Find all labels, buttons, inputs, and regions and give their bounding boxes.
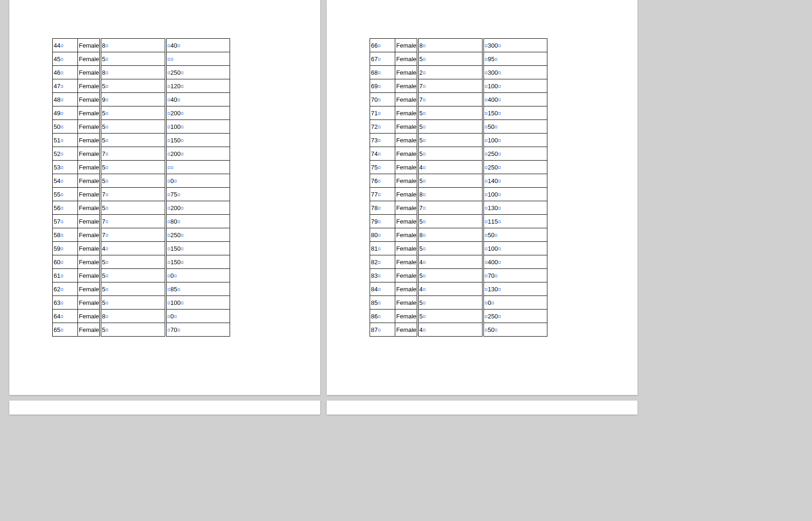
cell-gender: Female¤	[395, 174, 418, 188]
cell-col3: 5¤	[100, 174, 166, 188]
cell-col3: 4¤	[418, 282, 483, 296]
cell-col4: ¤150¤	[166, 255, 230, 269]
cell-gender: Female¤	[395, 255, 418, 269]
table-row: 49¤Female¤5¤¤200¤	[53, 106, 230, 120]
table-row: 81¤Female¤5¤¤100¤	[370, 242, 547, 255]
table-row: 56¤Female¤5¤¤200¤	[53, 201, 230, 215]
cell-col4: ¤100¤	[483, 242, 547, 255]
document-canvas: 44¤Female¤8¤¤40¤45¤Female¤5¤¤¤46¤Female¤…	[0, 0, 812, 521]
cell-col3: 5¤	[100, 106, 166, 120]
cell-col3: 5¤	[418, 52, 483, 66]
cell-id: 85¤	[370, 296, 395, 310]
cell-gender: Female¤	[78, 296, 100, 310]
cell-id: 57¤	[53, 215, 78, 228]
table-row: 78¤Female¤7¤¤130¤	[370, 201, 547, 215]
cell-col4: ¤200¤	[166, 201, 230, 215]
table-row: 54¤Female¤5¤¤0¤	[53, 174, 230, 188]
cell-id: 49¤	[53, 106, 78, 120]
cell-gender: Female¤	[395, 39, 418, 52]
cell-id: 51¤	[53, 134, 78, 147]
cell-col4: ¤120¤	[166, 79, 230, 93]
cell-col4: ¤70¤	[166, 323, 230, 337]
table-row: 59¤Female¤4¤¤150¤	[53, 242, 230, 255]
cell-col4: ¤50¤	[483, 323, 547, 337]
table-row: 75¤Female¤4¤¤250¤	[370, 161, 547, 174]
table-row: 84¤Female¤4¤¤130¤	[370, 282, 547, 296]
table-row: 85¤Female¤5¤¤0¤	[370, 296, 547, 310]
cell-col4: ¤150¤	[166, 134, 230, 147]
cell-gender: Female¤	[395, 134, 418, 147]
cell-col4: ¤75¤	[166, 188, 230, 201]
cell-gender: Female¤	[395, 215, 418, 228]
cell-id: 62¤	[53, 282, 78, 296]
cell-gender: Female¤	[78, 161, 100, 174]
cell-col3: 5¤	[100, 134, 166, 147]
cell-gender: Female¤	[395, 188, 418, 201]
table-row: 48¤Female¤9¤¤40¤	[53, 93, 230, 106]
cell-col3: 5¤	[100, 79, 166, 93]
cell-gender: Female¤	[395, 269, 418, 282]
cell-id: 66¤	[370, 39, 395, 52]
cell-col3: 5¤	[418, 242, 483, 255]
cell-col4: ¤0¤	[166, 269, 230, 282]
cell-id: 53¤	[53, 161, 78, 174]
cell-col3: 5¤	[418, 310, 483, 323]
table-row: 55¤Female¤7¤¤75¤	[53, 188, 230, 201]
cell-col3: 5¤	[100, 120, 166, 134]
cell-id: 73¤	[370, 134, 395, 147]
cell-col4: ¤100¤	[483, 134, 547, 147]
cell-col4: ¤250¤	[483, 161, 547, 174]
table-row: 80¤Female¤8¤¤50¤	[370, 228, 547, 242]
cell-col4: ¤130¤	[483, 201, 547, 215]
cell-col4: ¤0¤	[166, 310, 230, 323]
cell-gender: Female¤	[78, 66, 100, 79]
table-row: 70¤Female¤7¤¤400¤	[370, 93, 547, 106]
table-row: 82¤Female¤4¤¤400¤	[370, 255, 547, 269]
table-row: 61¤Female¤5¤¤0¤	[53, 269, 230, 282]
table-row: 50¤Female¤5¤¤100¤	[53, 120, 230, 134]
cell-col3: 8¤	[418, 228, 483, 242]
cell-id: 76¤	[370, 174, 395, 188]
cell-col4: ¤250¤	[166, 66, 230, 79]
cell-id: 68¤	[370, 66, 395, 79]
table-row: 77¤Female¤8¤¤100¤	[370, 188, 547, 201]
cell-col3: 4¤	[418, 323, 483, 337]
cell-gender: Female¤	[78, 310, 100, 323]
cell-gender: Female¤	[78, 201, 100, 215]
table-row: 76¤Female¤5¤¤140¤	[370, 174, 547, 188]
cell-id: 83¤	[370, 269, 395, 282]
cell-col4: ¤150¤	[166, 242, 230, 255]
cell-col3: 7¤	[418, 93, 483, 106]
cell-gender: Female¤	[395, 106, 418, 120]
cell-col3: 7¤	[100, 215, 166, 228]
data-table-left: 44¤Female¤8¤¤40¤45¤Female¤5¤¤¤46¤Female¤…	[52, 38, 230, 337]
cell-col3: 8¤	[100, 310, 166, 323]
cell-col4: ¤150¤	[483, 106, 547, 120]
cell-col3: 8¤	[100, 39, 166, 52]
cell-id: 75¤	[370, 161, 395, 174]
cell-col4: ¤400¤	[483, 255, 547, 269]
cell-id: 77¤	[370, 188, 395, 201]
table-row: 66¤Female¤8¤¤300¤	[370, 39, 547, 52]
cell-col3: 5¤	[100, 296, 166, 310]
cell-col3: 5¤	[100, 52, 166, 66]
cell-col4: ¤300¤	[483, 66, 547, 79]
table-row: 73¤Female¤5¤¤100¤	[370, 134, 547, 147]
cell-col3: 5¤	[418, 147, 483, 161]
cell-col3: 8¤	[100, 66, 166, 79]
cell-col4: ¤40¤	[166, 39, 230, 52]
cell-col4: ¤50¤	[483, 228, 547, 242]
cell-gender: Female¤	[78, 255, 100, 269]
cell-col3: 5¤	[418, 106, 483, 120]
cell-id: 84¤	[370, 282, 395, 296]
cell-col4: ¤200¤	[166, 106, 230, 120]
cell-col3: 5¤	[418, 120, 483, 134]
page-left: 44¤Female¤8¤¤40¤45¤Female¤5¤¤¤46¤Female¤…	[9, 0, 320, 395]
cell-id: 70¤	[370, 93, 395, 106]
cell-col3: 5¤	[418, 174, 483, 188]
cell-gender: Female¤	[395, 161, 418, 174]
cell-gender: Female¤	[78, 228, 100, 242]
cell-id: 69¤	[370, 79, 395, 93]
table-row: 64¤Female¤8¤¤0¤	[53, 310, 230, 323]
cell-id: 67¤	[370, 52, 395, 66]
